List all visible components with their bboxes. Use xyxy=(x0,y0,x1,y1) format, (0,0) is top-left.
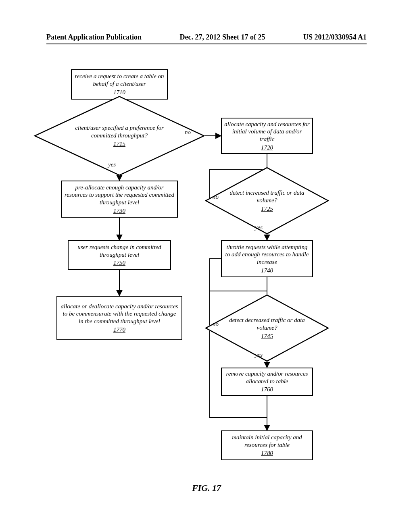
diamond-ref: 1725 xyxy=(228,205,306,212)
box-1770: allocate or deallocate capacity and/or r… xyxy=(56,296,182,340)
diamond-ref: 1745 xyxy=(228,332,306,340)
figure-label: FIG. 17 xyxy=(0,483,413,493)
box-1730: pre-allocate enough capacity and/or reso… xyxy=(61,181,178,218)
diamond-1725: detect increased traffic or data volume?… xyxy=(224,178,310,223)
label-no: no xyxy=(213,193,219,200)
box-text: allocate or deallocate capacity and/or r… xyxy=(60,303,179,325)
box-1760: remove capacity and/or resources allocat… xyxy=(221,368,313,396)
diamond-text: detect decreased traffic or data volume? xyxy=(229,317,305,331)
header-left: Patent Application Publication xyxy=(46,33,142,42)
box-text: throttle requests while attempting to ad… xyxy=(224,243,310,266)
label-no: no xyxy=(185,129,191,136)
box-ref: 1780 xyxy=(261,449,273,457)
box-ref: 1750 xyxy=(113,259,125,267)
box-1740: throttle requests while attempting to ad… xyxy=(221,240,313,277)
diamond-ref: 1715 xyxy=(71,140,167,148)
box-text: user requests change in committed throug… xyxy=(71,243,168,259)
box-text: maintain initial capacity and resources … xyxy=(224,434,310,449)
label-no: no xyxy=(213,321,219,328)
box-ref: 1710 xyxy=(113,89,125,96)
header-right: US 2012/0330954 A1 xyxy=(303,33,367,42)
diamond-1715: client/user specified a preference for c… xyxy=(66,111,173,160)
diamond-1745: detect decreased traffic or data volume?… xyxy=(224,305,310,351)
box-text: allocate capacity and resources for init… xyxy=(224,121,310,143)
box-text: pre-allocate enough capacity and/or reso… xyxy=(64,184,175,206)
box-ref: 1720 xyxy=(261,144,273,152)
box-text: receive a request to create a table on b… xyxy=(74,73,165,88)
header-center: Dec. 27, 2012 Sheet 17 of 25 xyxy=(180,33,265,42)
box-text: remove capacity and/or resources allocat… xyxy=(224,370,310,385)
page: Patent Application Publication Dec. 27, … xyxy=(0,0,413,532)
box-ref: 1740 xyxy=(261,267,273,274)
box-1720: allocate capacity and resources for init… xyxy=(221,118,313,154)
box-1780: maintain initial capacity and resources … xyxy=(221,430,313,460)
box-ref: 1760 xyxy=(261,386,273,393)
box-1750: user requests change in committed throug… xyxy=(68,240,171,270)
diamond-text: client/user specified a preference for c… xyxy=(75,125,164,139)
box-ref: 1730 xyxy=(113,207,125,215)
flow-connectors xyxy=(0,0,413,532)
label-yes: yes xyxy=(108,161,116,168)
page-header: Patent Application Publication Dec. 27, … xyxy=(46,33,367,42)
diamond-text: detect increased traffic or data volume? xyxy=(229,189,304,204)
box-1710: receive a request to create a table on b… xyxy=(71,69,168,100)
box-ref: 1770 xyxy=(113,326,125,334)
label-yes: yes xyxy=(255,224,263,231)
header-rule xyxy=(46,44,367,44)
label-yes: yes xyxy=(255,351,263,358)
